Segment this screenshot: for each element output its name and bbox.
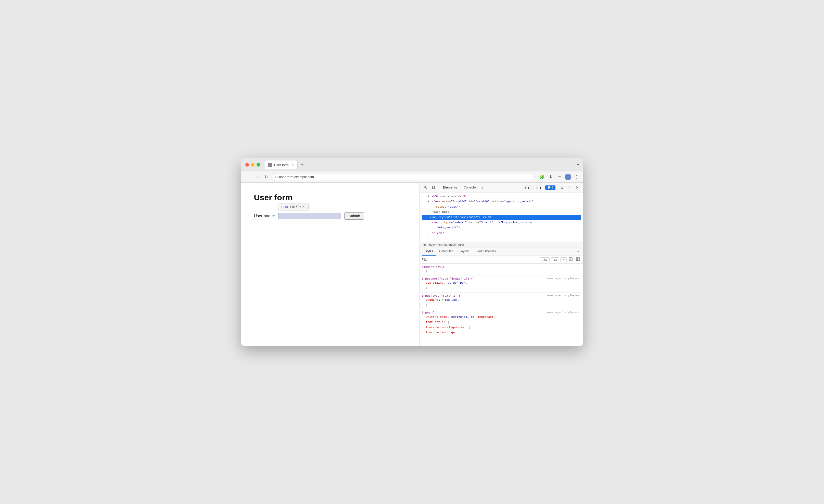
username-label: User name:	[254, 214, 275, 218]
dom-line-h5: ▼ <h5> user-form </h5>	[422, 194, 581, 199]
add-style-button[interactable]: +	[560, 258, 566, 262]
collapse-icon[interactable]: ▼	[427, 200, 429, 203]
dom-line-method: method="post">	[422, 204, 581, 209]
computed-tab[interactable]: Computed	[436, 247, 456, 256]
new-tab-button[interactable]: +	[299, 161, 306, 169]
input-not-rule: input:not([type="image" i]) { user agent…	[420, 276, 583, 293]
more-options-button[interactable]: ⋮	[567, 184, 573, 191]
maximize-window-button[interactable]	[256, 163, 260, 167]
minimize-window-button[interactable]	[251, 163, 254, 167]
nav-right-icons: 🧩 ⬇ ▭ ⋮	[539, 174, 580, 181]
styles-panel: element.style { } input:not([type="image…	[420, 264, 583, 346]
styles-tab-bar: Styles Computed Layout Event Listeners »	[420, 247, 583, 256]
breadcrumb-bar: html › body › form#form300 › input	[420, 242, 583, 247]
web-page: User form User name: input 146.67 × 21 S…	[241, 183, 420, 346]
layout-tab[interactable]: Layout	[456, 247, 472, 256]
css-selector-3[interactable]: input[type="text" i] {	[422, 294, 460, 297]
input-wrapper: input 146.67 × 21	[278, 213, 341, 219]
breadcrumb-form[interactable]: form#form300	[438, 243, 456, 246]
download-button[interactable]: ⬇	[547, 174, 554, 181]
tooltip-size: 146.67 × 21	[290, 205, 306, 209]
svg-rect-0	[424, 186, 425, 188]
error-count: 1	[528, 186, 529, 189]
more-styles-tabs-button[interactable]: »	[575, 249, 581, 254]
breadcrumb-html[interactable]: html	[422, 243, 427, 246]
message-badge: 💬 2	[545, 185, 555, 190]
inspect-element-button[interactable]	[422, 184, 429, 191]
elements-tab[interactable]: Elements	[440, 184, 460, 191]
username-input[interactable]	[278, 213, 341, 219]
split-screen-button[interactable]: ▭	[556, 174, 563, 181]
dom-line-submit: <input type="submit" value="Submit" id="…	[422, 220, 581, 225]
collapse-icon[interactable]: ▼	[427, 195, 429, 198]
address-text: user-form.example.com	[279, 175, 314, 179]
close-devtools-button[interactable]: ×	[574, 184, 581, 191]
browser-window: User form × + ▾ ← → ↻ ⊙ user-form.exampl…	[241, 158, 583, 346]
css-source-2: user agent stylesheet	[547, 277, 581, 280]
extensions-button[interactable]: 🧩	[539, 174, 546, 181]
filter-right-buttons: :hov .cls +	[540, 257, 581, 263]
tooltip-tag: input	[281, 205, 288, 209]
menu-button[interactable]: ⋮	[573, 174, 580, 181]
main-content: User form User name: input 146.67 × 21 S…	[241, 183, 583, 346]
address-bar[interactable]: ⊙ user-form.example.com	[272, 173, 534, 181]
svg-line-1	[426, 188, 427, 189]
dom-tree: ▼ <h5> user-form </h5> ▼ <form name="for…	[420, 193, 583, 242]
back-button[interactable]: ←	[244, 174, 251, 181]
profile-avatar[interactable]	[564, 174, 571, 180]
tab-close-button[interactable]: ×	[292, 163, 294, 167]
title-bar: User form × + ▾	[241, 158, 583, 172]
dom-line-formclose: </form>	[422, 230, 581, 235]
settings-button[interactable]: ⚙	[558, 184, 565, 191]
css-selector-4[interactable]: input {	[422, 311, 434, 314]
dom-line-form: ▼ <form name="form300" id="form300" acti…	[422, 199, 581, 204]
toggle-styles-button[interactable]	[575, 257, 581, 263]
forward-button[interactable]: →	[253, 174, 261, 181]
warning-count: 4	[539, 186, 541, 189]
window-dropdown-icon[interactable]: ▾	[577, 163, 579, 167]
form-row: User name: input 146.67 × 21 Submit	[254, 212, 407, 220]
submit-button[interactable]: Submit	[344, 212, 364, 220]
svg-rect-7	[577, 258, 578, 261]
element-style-rule: element.style { }	[420, 264, 583, 276]
new-style-rule-button[interactable]	[568, 257, 574, 263]
devtools-toolbar: Elements Console » ⊗ 1 ⚠ 4 �	[420, 183, 583, 193]
refresh-button[interactable]: ↻	[263, 174, 270, 181]
more-tabs-button[interactable]: »	[479, 185, 485, 191]
traffic-lights	[245, 163, 260, 167]
input-text-rule: input[type="text" i] { user agent styles…	[420, 293, 583, 310]
active-tab[interactable]: User form ×	[264, 160, 298, 169]
css-source-4: user agent stylesheet	[547, 311, 581, 314]
event-listeners-tab[interactable]: Event Listeners	[472, 247, 499, 256]
css-source-3: user agent stylesheet	[547, 294, 581, 297]
hov-filter-button[interactable]: :hov	[540, 258, 549, 262]
expand-padding-icon[interactable]: ▶	[442, 298, 444, 302]
error-badge: ⊗ 1	[522, 185, 531, 190]
svg-rect-8	[578, 258, 580, 261]
title-bar-right: ▾	[577, 163, 579, 167]
css-selector-2[interactable]: input:not([type="image" i]) {	[422, 277, 473, 280]
tab-title: User form	[274, 163, 289, 167]
input-tooltip: input 146.67 × 21	[278, 204, 309, 210]
breadcrumb-input[interactable]: input	[458, 243, 464, 246]
console-tab[interactable]: Console	[460, 184, 479, 191]
devtools-panel: Elements Console » ⊗ 1 ⚠ 4 �	[420, 183, 583, 346]
breadcrumb-body[interactable]: body	[429, 243, 436, 246]
dom-line-quote: "	[422, 235, 581, 240]
dom-line-submit2: plete_submit">	[422, 225, 581, 230]
tab-bar: User form × +	[264, 160, 574, 169]
styles-filter-input[interactable]	[422, 258, 539, 262]
error-icon: ⊗	[524, 186, 527, 189]
page-title: User form	[254, 193, 407, 202]
input-rule: input { user agent stylesheet writing-mo…	[420, 309, 583, 337]
close-window-button[interactable]	[245, 163, 249, 167]
cls-filter-button[interactable]: .cls	[550, 258, 559, 262]
security-icon: ⊙	[275, 175, 278, 179]
filter-bar: :hov .cls +	[420, 256, 583, 264]
styles-tab[interactable]: Styles	[422, 247, 436, 256]
tab-favicon	[268, 163, 272, 167]
devtools-tabs: Elements Console »	[438, 184, 521, 191]
device-toggle-button[interactable]	[430, 184, 437, 191]
dom-line-input-selected[interactable]: … <input type="text" name="n300" > == $0	[422, 215, 581, 220]
css-selector[interactable]: element.style {	[422, 265, 448, 269]
